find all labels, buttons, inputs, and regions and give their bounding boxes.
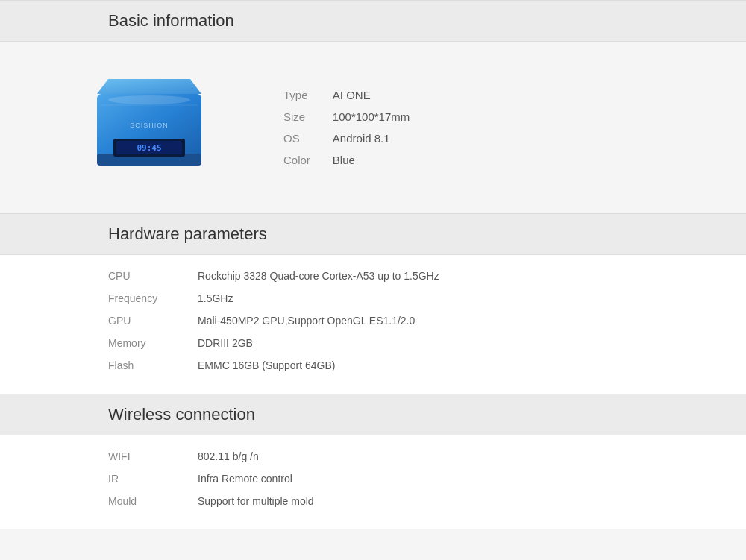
hw-value: Rockchip 3328 Quad-core Cortex-A53 up to… [198, 270, 638, 282]
wireless-body: WIFI802.11 b/g /nIRInfra Remote controlM… [0, 435, 746, 529]
spec-label: Type [283, 89, 310, 101]
basic-info-body: SCISHION 09:45 TypeAI ONESize100*100*17m… [0, 42, 746, 213]
svg-text:09:45: 09:45 [137, 143, 161, 153]
basic-info-header: Basic information [0, 0, 746, 42]
basic-info-section: Basic information [0, 0, 746, 213]
spec-value: 100*100*17mm [333, 110, 410, 123]
spec-value: Blue [333, 154, 410, 166]
wireless-header: Wireless connection [0, 394, 746, 435]
wireless-label: Mould [108, 495, 183, 507]
svg-text:SCISHION: SCISHION [130, 122, 169, 129]
wireless-value: Infra Remote control [198, 473, 638, 485]
hw-label: CPU [108, 270, 183, 282]
basic-info-title: Basic information [108, 11, 731, 31]
hardware-body: CPURockchip 3328 Quad-core Cortex-A53 up… [0, 255, 746, 394]
hw-value: EMMC 16GB (Support 64GB) [198, 359, 638, 371]
hardware-title: Hardware parameters [108, 224, 731, 244]
spec-label: Size [283, 110, 310, 123]
spec-value: AI ONE [333, 89, 410, 101]
basic-specs-table: TypeAI ONESize100*100*17mmOSAndroid 8.1C… [283, 89, 410, 166]
hw-value: DDRIII 2GB [198, 337, 638, 349]
wireless-value: Support for multiple mold [198, 495, 638, 507]
wireless-title: Wireless connection [108, 405, 731, 424]
wireless-label: IR [108, 473, 183, 485]
spec-label: OS [283, 132, 310, 145]
wireless-value: 802.11 b/g /n [198, 450, 638, 462]
spec-label: Color [283, 154, 310, 166]
hw-label: GPU [108, 315, 183, 327]
product-image: SCISHION 09:45 [75, 64, 224, 191]
hw-label: Flash [108, 359, 183, 371]
hardware-header: Hardware parameters [0, 213, 746, 255]
svg-point-2 [108, 95, 190, 104]
hw-value: 1.5GHz [198, 292, 638, 304]
hardware-section: Hardware parameters CPURockchip 3328 Qua… [0, 213, 746, 394]
spec-value: Android 8.1 [333, 132, 410, 145]
wireless-table: WIFI802.11 b/g /nIRInfra Remote controlM… [108, 450, 638, 507]
hw-value: Mali-450MP2 GPU,Support OpenGL ES1.1/2.0 [198, 315, 638, 327]
hw-label: Memory [108, 337, 183, 349]
wireless-label: WIFI [108, 450, 183, 462]
hw-label: Frequency [108, 292, 183, 304]
wireless-section: Wireless connection WIFI802.11 b/g /nIRI… [0, 394, 746, 529]
hardware-table: CPURockchip 3328 Quad-core Cortex-A53 up… [108, 270, 638, 371]
